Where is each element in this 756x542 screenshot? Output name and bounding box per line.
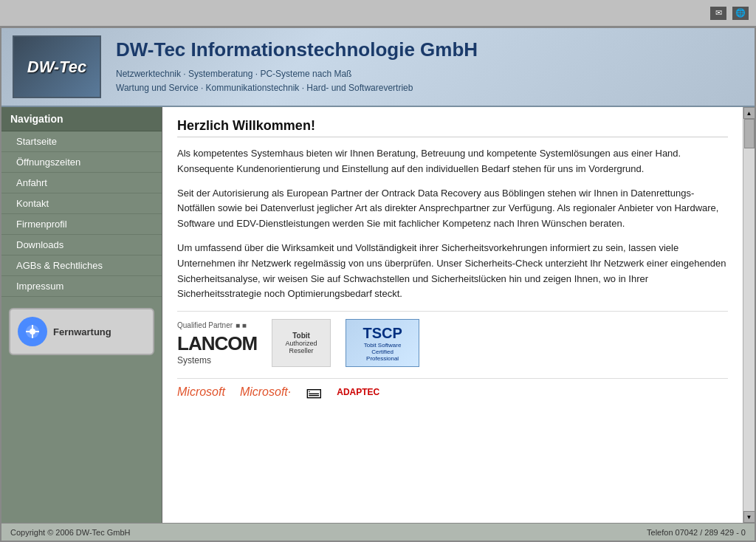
scroll-thumb[interactable] bbox=[744, 119, 755, 148]
sidebar-item-kontakt[interactable]: Kontakt bbox=[1, 193, 162, 214]
sidebar: Navigation Startseite Öffnungszeiten Anf… bbox=[1, 107, 162, 523]
phone: Telefon 07042 / 289 429 - 0 bbox=[647, 528, 746, 537]
microsoft-logo-1: Microsoft bbox=[177, 385, 225, 399]
microsoft-logo-2: Microsoft· bbox=[240, 385, 291, 399]
sidebar-item-downloads[interactable]: Downloads bbox=[1, 235, 162, 255]
scroll-track[interactable] bbox=[743, 119, 755, 511]
content-with-scroll: Herzlich Willkommen! Als kompetentes Sys… bbox=[162, 107, 755, 523]
sidebar-item-startseite[interactable]: Startseite bbox=[1, 131, 162, 152]
sidebar-item-firmenprofil[interactable]: Firmenprofil bbox=[1, 214, 162, 235]
sidebar-item-impressum[interactable]: Impressum bbox=[1, 276, 162, 297]
tobit-partner: Tobit Authorized Reseller bbox=[272, 319, 331, 367]
lancom-partner: Qualified Partner ■ ■ LANCOM Systems bbox=[177, 321, 257, 366]
tobit-line3: Reseller bbox=[289, 347, 314, 354]
lancom-sub: Systems bbox=[177, 355, 211, 366]
sidebar-item-oeffnungszeiten[interactable]: Öffnungszeiten bbox=[1, 152, 162, 173]
logo-text: DW-Tec bbox=[27, 58, 86, 77]
footer: Copyright © 2006 DW-Tec GmbH Telefon 070… bbox=[1, 523, 755, 541]
welcome-heading: Herzlich Willkommen! bbox=[177, 118, 728, 137]
bottom-logos-row: Microsoft Microsoft· 🖴 ADAPTEC bbox=[177, 378, 728, 405]
tobit-line1: Tobit bbox=[292, 332, 310, 340]
tscp-title: TSCP bbox=[362, 325, 402, 342]
paragraph-1: Als kompetentes Systemhaus bieten wir Ih… bbox=[177, 146, 728, 177]
fernwartung-button[interactable]: Fernwartung bbox=[9, 308, 154, 355]
header-text: DW-Tec Informationstechnologie GmbH Netz… bbox=[116, 38, 478, 95]
paragraph-2: Seit der Autorisierung als European Part… bbox=[177, 186, 728, 232]
main-window: DW-Tec DW-Tec Informationstechnologie Gm… bbox=[0, 27, 756, 542]
tagline2: Wartung und Service · Kommunikationstech… bbox=[116, 81, 478, 95]
scrollbar[interactable]: ▲ ▼ bbox=[743, 107, 755, 523]
adaptec-logo: ADAPTEC bbox=[337, 387, 379, 397]
partners-row: Qualified Partner ■ ■ LANCOM Systems Tob… bbox=[177, 311, 728, 374]
tobit-line2: Authorized bbox=[286, 340, 317, 347]
tagline1: Netzwerktechnik · Systemberatung · PC-Sy… bbox=[116, 67, 478, 81]
logo: DW-Tec bbox=[13, 35, 101, 98]
network-icon[interactable]: 🌐 bbox=[732, 7, 749, 20]
fernwartung-icon bbox=[18, 317, 47, 346]
tscp-partner: TSCP Tobit Software Certified Profession… bbox=[346, 319, 419, 367]
svg-point-2 bbox=[30, 329, 35, 335]
scroll-down-button[interactable]: ▼ bbox=[743, 511, 755, 523]
fernwartung-label: Fernwartung bbox=[53, 326, 111, 337]
tscp-line2: Certified Professional bbox=[355, 349, 410, 362]
sidebar-item-anfahrt[interactable]: Anfahrt bbox=[1, 173, 162, 193]
tscp-line1: Tobit Software bbox=[364, 342, 402, 349]
nav-heading: Navigation bbox=[1, 107, 162, 131]
header: DW-Tec DW-Tec Informationstechnologie Gm… bbox=[1, 28, 755, 107]
content-area: Navigation Startseite Öffnungszeiten Anf… bbox=[1, 107, 755, 523]
main-content: Herzlich Willkommen! Als kompetentes Sys… bbox=[162, 107, 743, 523]
lancom-name: LANCOM bbox=[177, 332, 257, 355]
hdd-icon: 🖴 bbox=[306, 383, 322, 402]
copyright: Copyright © 2006 DW-Tec GmbH bbox=[10, 528, 131, 537]
email-icon[interactable]: ✉ bbox=[710, 7, 726, 20]
lancom-qualified-label: Qualified Partner ■ ■ bbox=[177, 321, 247, 329]
top-bar: ✉ 🌐 bbox=[0, 0, 756, 27]
sidebar-item-agbs[interactable]: AGBs & Rechtliches bbox=[1, 255, 162, 276]
scroll-up-button[interactable]: ▲ bbox=[743, 107, 755, 119]
company-name: DW-Tec Informationstechnologie GmbH bbox=[116, 38, 478, 61]
paragraph-3: Um umfassend über die Wirksamkeit und Vo… bbox=[177, 241, 728, 302]
